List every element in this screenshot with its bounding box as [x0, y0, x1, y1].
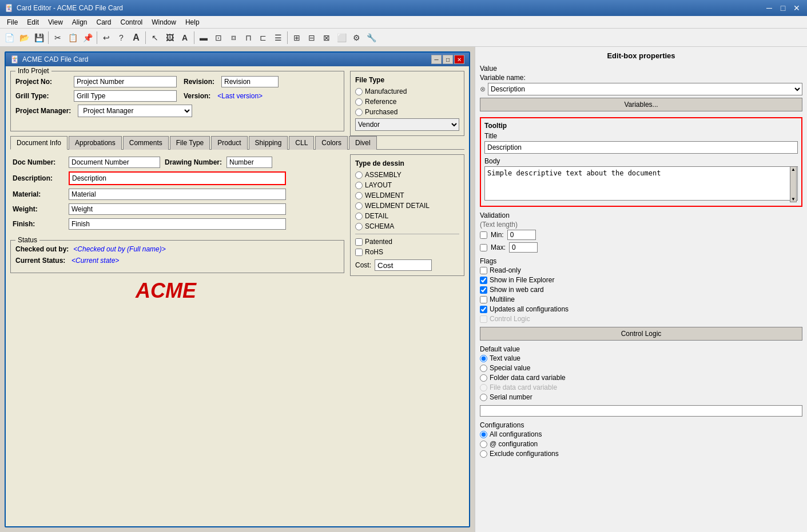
- tool8-button[interactable]: ⊟: [305, 31, 319, 45]
- new-button[interactable]: 📄: [2, 31, 16, 45]
- menu-view[interactable]: View: [43, 17, 67, 27]
- tab-shipping[interactable]: Shipping: [249, 136, 288, 150]
- project-no-input[interactable]: [74, 76, 177, 87]
- tab-product[interactable]: Product: [211, 136, 247, 150]
- description-input[interactable]: [69, 171, 286, 185]
- tab-colors[interactable]: Colors: [315, 136, 348, 150]
- tool5-button[interactable]: ⊏: [256, 31, 270, 45]
- multiline-checkbox[interactable]: [480, 296, 487, 303]
- tab-divel[interactable]: Divel: [349, 136, 377, 150]
- max-input[interactable]: [509, 242, 538, 253]
- dialog-minimize[interactable]: ─: [431, 55, 442, 64]
- maximize-button[interactable]: □: [777, 2, 789, 14]
- font-button[interactable]: A: [178, 31, 192, 45]
- tool3-button[interactable]: ⧈: [226, 31, 240, 45]
- material-input[interactable]: [69, 189, 286, 200]
- tool4-button[interactable]: ⊓: [241, 31, 255, 45]
- weldment-radio[interactable]: [355, 192, 363, 199]
- special-value-radio[interactable]: [480, 365, 487, 372]
- detail-radio[interactable]: [355, 213, 363, 220]
- cost-input[interactable]: [375, 259, 432, 271]
- tool2-button[interactable]: ⊡: [212, 31, 225, 45]
- tool7-button[interactable]: ⊞: [290, 31, 304, 45]
- vendor-select[interactable]: Vendor: [355, 118, 459, 131]
- file-data-radio[interactable]: [480, 384, 487, 391]
- weight-input[interactable]: [69, 203, 286, 215]
- all-config-radio[interactable]: [480, 431, 487, 438]
- tab-file-type[interactable]: File Type: [170, 136, 210, 150]
- default-text-input[interactable]: [480, 405, 802, 417]
- tool1-button[interactable]: ▬: [197, 31, 210, 45]
- at-config-radio[interactable]: [480, 441, 487, 448]
- purchased-radio[interactable]: [355, 109, 363, 116]
- tooltip-body-textarea[interactable]: Simple descriptive text about the docume…: [484, 166, 798, 201]
- scrollbar[interactable]: ▲ ▼: [790, 166, 797, 202]
- current-status-value[interactable]: <Current state>: [71, 257, 119, 265]
- manager-select[interactable]: Project Manager: [78, 105, 192, 117]
- grill-type-input[interactable]: [74, 90, 177, 102]
- finish-input[interactable]: [69, 218, 286, 230]
- min-input[interactable]: [507, 230, 536, 240]
- tab-comments[interactable]: Comments: [123, 136, 169, 150]
- open-button[interactable]: 📂: [17, 31, 31, 45]
- schema-radio[interactable]: [355, 223, 363, 230]
- folder-data-radio[interactable]: [480, 374, 487, 382]
- manufactured-radio[interactable]: [355, 88, 363, 95]
- readonly-checkbox[interactable]: [480, 267, 487, 274]
- updates-all-checkbox[interactable]: [480, 306, 487, 313]
- pointer-button[interactable]: ↖: [148, 31, 162, 45]
- menu-control[interactable]: Control: [116, 17, 148, 27]
- tab-document-info[interactable]: Document Info: [10, 136, 67, 150]
- tab-approbations[interactable]: Approbations: [69, 136, 122, 150]
- menu-window[interactable]: Window: [147, 17, 181, 27]
- save-button[interactable]: 💾: [32, 31, 46, 45]
- copy-button[interactable]: 📋: [66, 31, 79, 45]
- paste-button[interactable]: 📌: [81, 31, 94, 45]
- exclude-config-radio[interactable]: [480, 450, 487, 458]
- rohs-checkbox[interactable]: [355, 249, 363, 256]
- tool9-button[interactable]: ⊠: [320, 31, 333, 45]
- reference-radio[interactable]: [355, 98, 363, 106]
- scroll-up[interactable]: ▲: [790, 167, 796, 172]
- menu-align[interactable]: Align: [67, 17, 92, 27]
- dialog-maximize[interactable]: □: [443, 55, 453, 64]
- tool11-button[interactable]: ⚙: [349, 31, 363, 45]
- min-checkbox[interactable]: [480, 231, 487, 239]
- control-logic-checkbox[interactable]: [480, 315, 487, 323]
- help-icon-btn[interactable]: ?: [114, 31, 128, 45]
- doc-number-input[interactable]: [69, 157, 160, 168]
- layout-radio[interactable]: [355, 182, 363, 189]
- menu-help[interactable]: Help: [181, 17, 204, 27]
- assembly-radio[interactable]: [355, 171, 363, 179]
- text-button[interactable]: A: [129, 31, 143, 45]
- tab-cll[interactable]: CLL: [289, 136, 314, 150]
- checked-out-value[interactable]: <Checked out by (Full name)>: [73, 245, 165, 253]
- text-value-radio[interactable]: [480, 355, 487, 362]
- dialog-close[interactable]: ✕: [454, 55, 464, 64]
- tooltip-title-input[interactable]: [484, 141, 798, 154]
- weldment-detail-radio[interactable]: [355, 202, 363, 210]
- serial-number-radio[interactable]: [480, 394, 487, 401]
- tool10-button[interactable]: ⬜: [335, 31, 348, 45]
- cut-button[interactable]: ✂: [51, 31, 65, 45]
- version-link[interactable]: <Last version>: [217, 92, 263, 100]
- minimize-button[interactable]: ─: [764, 2, 775, 14]
- max-checkbox[interactable]: [480, 244, 487, 251]
- undo-button[interactable]: ↩: [100, 31, 113, 45]
- variable-name-select[interactable]: Description: [488, 83, 802, 95]
- control-logic-button[interactable]: Control Logic: [480, 327, 802, 341]
- drawing-number-input[interactable]: [226, 157, 272, 168]
- menu-edit[interactable]: Edit: [22, 17, 43, 27]
- tool12-button[interactable]: 🔧: [364, 31, 378, 45]
- show-web-checkbox[interactable]: [480, 286, 487, 294]
- menu-file[interactable]: File: [2, 17, 22, 27]
- close-button[interactable]: ✕: [791, 2, 802, 14]
- tool6-button[interactable]: ☰: [271, 31, 285, 45]
- variables-button[interactable]: Variables...: [480, 98, 802, 111]
- image-button[interactable]: 🖼: [163, 31, 177, 45]
- menu-card[interactable]: Card: [92, 17, 116, 27]
- scroll-down[interactable]: ▼: [790, 197, 796, 202]
- revision-input[interactable]: [221, 76, 279, 87]
- patented-checkbox[interactable]: [355, 238, 363, 246]
- show-explorer-checkbox[interactable]: [480, 277, 487, 284]
